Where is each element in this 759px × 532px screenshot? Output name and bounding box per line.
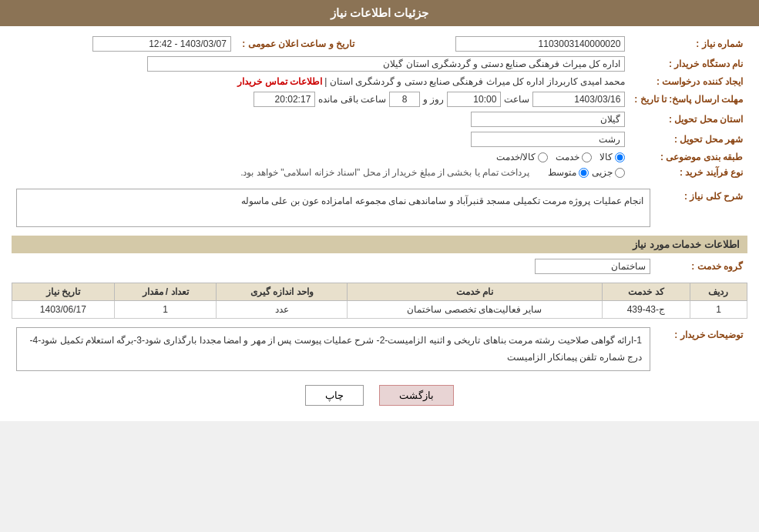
need-number-value: 1103003140000020: [455, 36, 625, 52]
response-remaining-label: ساعت باقی مانده: [318, 94, 386, 105]
table-row: 1ج-43-439سایر فعالیت‌های تخصصی ساختمانعد…: [12, 301, 747, 319]
description-label: شرح کلی نیاز :: [655, 186, 747, 229]
cell-unit: عدد: [217, 301, 348, 319]
response-remaining: 20:02:17: [254, 92, 315, 107]
col-name: نام خدمت: [348, 283, 603, 301]
city-label: شهر محل تحویل :: [630, 129, 747, 149]
row-purchase-type: نوع فرآیند خرید : جزیی متوسط پرداخت: [12, 165, 747, 180]
service-table-header-row: ردیف کد خدمت نام خدمت واحد اندازه گیری ت…: [12, 283, 747, 301]
response-time-label: ساعت: [504, 94, 529, 105]
province-label: استان محل تحویل :: [630, 109, 747, 129]
row-service-group: گروه خدمت : ساختمان: [12, 256, 747, 276]
description-table: شرح کلی نیاز : انجام عملیات پروژه مرمت ت…: [12, 186, 747, 229]
category-radio-khedmat[interactable]: [582, 152, 592, 162]
service-group-table: گروه خدمت : ساختمان: [12, 256, 747, 276]
row-category: طبقه بندی موضوعی : کالا خدمت: [12, 149, 747, 165]
description-value: انجام عملیات پروژه مرمت تکمیلی مسجد قنبر…: [16, 189, 650, 227]
response-deadline-label: مهلت ارسال پاسخ: تا تاریخ :: [630, 89, 747, 109]
purchase-type-row: جزیی متوسط پرداخت تمام یا بخشی از مبلغ خ…: [16, 167, 625, 178]
buyer-notes-table: توضیحات خریدار : 1-ارائه گواهی صلاحیت رش…: [12, 325, 747, 373]
province-value: گیلان: [471, 112, 625, 127]
page-wrapper: جزئیات اطلاعات نیاز شماره نیاز : 1103003…: [0, 0, 759, 421]
category-label: طبقه بندی موضوعی :: [630, 149, 747, 165]
button-row: بازگشت چاپ: [12, 385, 747, 406]
purchase-jozi[interactable]: جزیی: [592, 167, 625, 178]
contact-link[interactable]: اطلاعات تماس خریدار: [237, 76, 322, 87]
response-days: 8: [389, 92, 420, 107]
purchase-type-label: نوع فرآیند خرید :: [630, 165, 747, 180]
row-buyer-notes: توضیحات خریدار : 1-ارائه گواهی صلاحیت رش…: [12, 325, 747, 373]
category-option-kala[interactable]: کالا: [599, 152, 625, 162]
print-button[interactable]: چاپ: [305, 385, 364, 406]
row-buyer-org: نام دستگاه خریدار : اداره کل میراث فرهنگ…: [12, 54, 747, 74]
row-need-number: شماره نیاز : 1103003140000020 تاریخ و سا…: [12, 34, 747, 54]
page-header: جزئیات اطلاعات نیاز: [0, 0, 759, 26]
purchase-radio-motavaset[interactable]: [579, 168, 589, 178]
main-info-table: شماره نیاز : 1103003140000020 تاریخ و سا…: [12, 34, 747, 180]
category-option-kala-khedmat[interactable]: کالا/خدمت: [496, 152, 548, 162]
cell-quantity: 1: [114, 301, 217, 319]
creator-label: ایجاد کننده درخواست :: [630, 74, 747, 89]
announce-label: تاریخ و ساعت اعلان عمومی :: [236, 34, 359, 54]
announce-value: 1403/03/07 - 12:42: [92, 36, 231, 52]
col-row: ردیف: [690, 283, 747, 301]
back-button[interactable]: بازگشت: [379, 385, 454, 406]
service-table: ردیف کد خدمت نام خدمت واحد اندازه گیری ت…: [12, 283, 747, 319]
category-kala-label: کالا: [599, 152, 613, 162]
service-info-title: اطلاعات خدمات مورد نیاز: [12, 236, 747, 253]
col-code: کد خدمت: [602, 283, 690, 301]
row-description: شرح کلی نیاز : انجام عملیات پروژه مرمت ت…: [12, 186, 747, 229]
buyer-notes-label: توضیحات خریدار :: [655, 325, 747, 373]
need-number-label: شماره نیاز :: [630, 34, 747, 54]
category-radio-kala[interactable]: [615, 152, 625, 162]
row-creator: ایجاد کننده درخواست : محمد امیدی کاربردا…: [12, 74, 747, 89]
category-radio-group: کالا خدمت کالا/خدمت: [16, 152, 625, 162]
deadline-row: 1403/03/16 ساعت 10:00 روز و 8 ساعت باقی …: [16, 92, 625, 107]
col-quantity: تعداد / مقدار: [114, 283, 217, 301]
purchase-motavaset-label: متوسط: [548, 167, 576, 178]
content-area: شماره نیاز : 1103003140000020 تاریخ و سا…: [0, 26, 759, 421]
purchase-motavaset[interactable]: متوسط: [548, 167, 589, 178]
cell-date: 1403/06/17: [12, 301, 115, 319]
service-group-label: گروه خدمت :: [655, 256, 747, 276]
buyer-org-value: اداره کل میراث فرهنگی صنایع دستی و گردشگ…: [147, 56, 625, 72]
row-province: استان محل تحویل : گیلان: [12, 109, 747, 129]
row-response-deadline: مهلت ارسال پاسخ: تا تاریخ : 1403/03/16 س…: [12, 89, 747, 109]
buyer-notes-value: 1-ارائه گواهی صلاحیت رشته مرمت بناهای تا…: [16, 327, 650, 371]
cell-name: سایر فعالیت‌های تخصصی ساختمان: [348, 301, 603, 319]
creator-name: محمد امیدی کاربرداز اداره کل میراث فرهنگ…: [322, 76, 625, 87]
purchase-radio-jozi[interactable]: [615, 168, 625, 178]
cell-code: ج-43-439: [602, 301, 690, 319]
response-date: 1403/03/16: [532, 92, 625, 107]
col-date: تاریخ نیاز: [12, 283, 115, 301]
category-option-khedmat[interactable]: خدمت: [556, 152, 592, 162]
city-value: رشت: [471, 132, 625, 147]
page-title: جزئیات اطلاعات نیاز: [331, 6, 428, 19]
response-days-label: روز و: [423, 94, 444, 105]
category-khedmat-label: خدمت: [556, 152, 579, 162]
buyer-org-label: نام دستگاه خریدار :: [630, 54, 747, 74]
cell-row: 1: [690, 301, 747, 319]
row-city: شهر محل تحویل : رشت: [12, 129, 747, 149]
category-radio-both[interactable]: [538, 152, 548, 162]
col-unit: واحد اندازه گیری: [217, 283, 348, 301]
purchase-jozi-label: جزیی: [592, 167, 613, 178]
service-group-value: ساختمان: [535, 259, 650, 274]
purchase-type-note: پرداخت تمام یا بخشی از مبلغ خریدار از مح…: [240, 167, 529, 178]
category-both-label: کالا/خدمت: [496, 152, 536, 162]
response-time: 10:00: [447, 92, 501, 107]
